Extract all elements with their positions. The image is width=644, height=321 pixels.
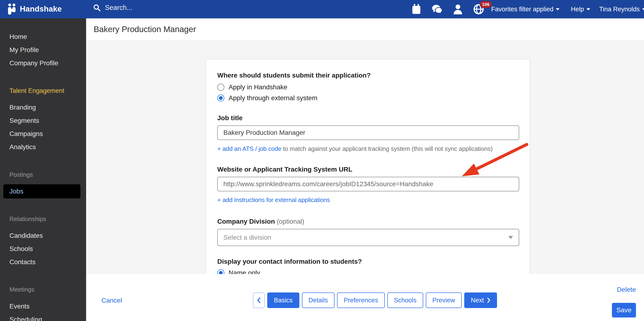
content-area: Where should students submit their appli… bbox=[86, 42, 644, 274]
job-title-input[interactable] bbox=[217, 125, 519, 140]
top-nav-bar: Handshake bbox=[0, 0, 644, 18]
notification-badge: 106 bbox=[480, 1, 492, 8]
sidebar-item-home[interactable]: Home bbox=[10, 33, 27, 40]
radio-label: Apply through external system bbox=[228, 94, 318, 102]
division-label: Company Division (optional) bbox=[217, 218, 518, 225]
add-ats-code-link[interactable]: + add an ATS / job code bbox=[217, 145, 282, 152]
step-tab-preview[interactable]: Preview bbox=[426, 293, 462, 308]
page-header: Bakery Production Manager bbox=[86, 18, 644, 41]
messages-icon[interactable] bbox=[432, 4, 442, 14]
radio-apply-in-handshake[interactable]: Apply in Handshake bbox=[217, 83, 518, 91]
notifications-globe-icon[interactable]: 106 bbox=[473, 4, 484, 14]
help-menu[interactable]: Help bbox=[571, 0, 590, 18]
sidebar-item-schools[interactable]: Schools bbox=[10, 245, 33, 253]
footer-bar: Cancel Basics Details Preferences School… bbox=[86, 274, 644, 321]
division-select[interactable]: Select a division bbox=[217, 229, 519, 246]
radio-label: Name only bbox=[228, 269, 260, 274]
caret-down-icon bbox=[556, 8, 560, 10]
step-tab-preferences[interactable]: Preferences bbox=[337, 293, 385, 308]
search-icon bbox=[93, 4, 101, 11]
step-nav-group: Basics Details Preferences Schools Previ… bbox=[253, 293, 497, 308]
profile-icon[interactable] bbox=[452, 4, 463, 14]
sidebar-item-candidates[interactable]: Candidates bbox=[10, 232, 43, 240]
radio-button-selected[interactable] bbox=[217, 269, 224, 274]
division-label-text: Company Division bbox=[217, 218, 275, 225]
user-name-label: Tina Reynolds bbox=[599, 6, 640, 13]
sidebar-item-contacts[interactable]: Contacts bbox=[10, 258, 36, 266]
sidebar-item-analytics[interactable]: Analytics bbox=[10, 143, 36, 151]
radio-label: Apply in Handshake bbox=[228, 83, 287, 91]
radio-apply-external[interactable]: Apply through external system bbox=[217, 94, 518, 102]
sidebar-item-jobs-active[interactable]: Jobs bbox=[3, 184, 80, 198]
division-optional-text: (optional) bbox=[277, 218, 304, 225]
sidebar-section-relationships: Relationships bbox=[10, 215, 46, 223]
global-search[interactable] bbox=[93, 4, 204, 11]
sidebar-item-events[interactable]: Events bbox=[10, 303, 30, 310]
handshake-logo[interactable]: Handshake bbox=[6, 3, 62, 14]
radio-name-only[interactable]: Name only bbox=[217, 269, 518, 274]
sidebar-item-my-profile[interactable]: My Profile bbox=[10, 46, 39, 54]
sidebar-item-segments[interactable]: Segments bbox=[10, 117, 39, 124]
favorites-filter-label: Favorites filter applied bbox=[491, 6, 554, 13]
sidebar-item-branding[interactable]: Branding bbox=[10, 104, 36, 111]
sidebar: Home My Profile Company Profile Talent E… bbox=[0, 18, 86, 321]
step-tab-basics[interactable]: Basics bbox=[267, 293, 299, 308]
sidebar-section-talent-engagement: Talent Engagement bbox=[10, 87, 64, 94]
save-button[interactable]: Save bbox=[612, 303, 636, 318]
submit-question-label: Where should students submit their appli… bbox=[217, 72, 518, 79]
job-form-card: Where should students submit their appli… bbox=[206, 59, 530, 274]
contact-question-label: Display your contact information to stud… bbox=[217, 258, 518, 265]
caret-down-icon bbox=[642, 8, 644, 10]
app-window: Handshake bbox=[0, 0, 644, 321]
topbar-icons: 106 bbox=[411, 0, 484, 18]
sidebar-section-meetings: Meetings bbox=[10, 286, 34, 293]
brand-name: Handshake bbox=[20, 4, 62, 13]
user-menu[interactable]: Tina Reynolds bbox=[599, 0, 644, 18]
radio-button[interactable] bbox=[217, 84, 224, 91]
jobs-label: Jobs bbox=[10, 188, 23, 195]
chevron-right-icon bbox=[487, 298, 490, 303]
delete-link[interactable]: Delete bbox=[617, 286, 636, 294]
ats-hint-text: to match against your applicant tracking… bbox=[282, 145, 492, 152]
caret-down-icon bbox=[586, 8, 590, 10]
url-label: Website or Applicant Tracking System URL bbox=[217, 166, 518, 173]
sidebar-item-campaigns[interactable]: Campaigns bbox=[10, 130, 43, 138]
chevron-left-icon bbox=[257, 297, 261, 303]
step-back-button[interactable] bbox=[253, 293, 265, 308]
step-tab-schools[interactable]: Schools bbox=[387, 293, 423, 308]
add-instructions-link[interactable]: + add instructions for external applicat… bbox=[217, 196, 330, 203]
next-label: Next bbox=[471, 297, 484, 304]
page-title: Bakery Production Manager bbox=[94, 24, 196, 34]
dropdown-caret-icon bbox=[508, 236, 513, 239]
sidebar-item-scheduling[interactable]: Scheduling bbox=[10, 316, 42, 321]
search-input[interactable] bbox=[105, 4, 204, 11]
help-label: Help bbox=[571, 6, 584, 13]
step-tab-details[interactable]: Details bbox=[302, 293, 335, 308]
job-title-label: Job title bbox=[217, 114, 518, 122]
favorites-filter-menu[interactable]: Favorites filter applied bbox=[491, 0, 560, 18]
ats-url-input[interactable] bbox=[217, 177, 519, 191]
cancel-link[interactable]: Cancel bbox=[102, 297, 122, 304]
handshake-logo-icon bbox=[6, 3, 18, 14]
sidebar-section-postings: Postings bbox=[10, 171, 33, 178]
division-placeholder: Select a division bbox=[224, 234, 271, 241]
radio-button-selected[interactable] bbox=[217, 94, 224, 102]
sidebar-item-company-profile[interactable]: Company Profile bbox=[10, 59, 58, 67]
calendar-icon[interactable] bbox=[411, 4, 422, 14]
next-button[interactable]: Next bbox=[464, 293, 497, 308]
